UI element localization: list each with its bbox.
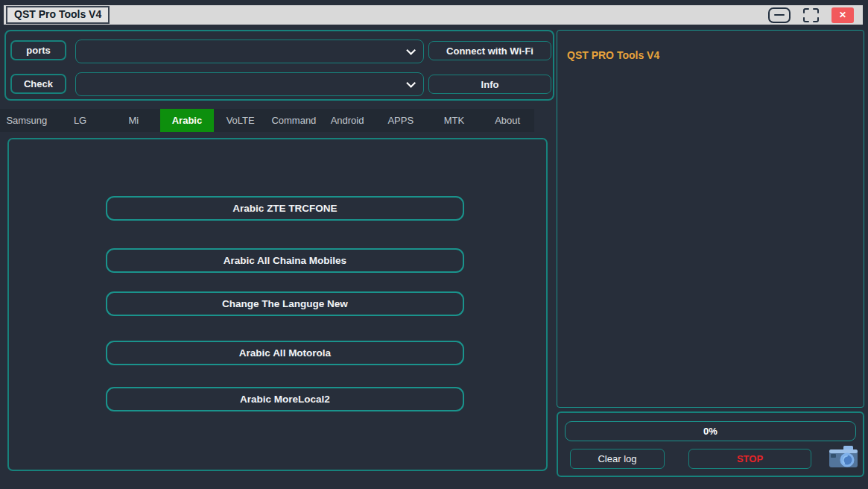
- tab-samsung[interactable]: Samsung: [0, 109, 54, 132]
- maximize-button[interactable]: [802, 7, 820, 23]
- minimize-icon: [774, 14, 785, 16]
- tab-mtk[interactable]: MTK: [428, 109, 481, 132]
- tab-volte[interactable]: VoLTE: [214, 109, 267, 132]
- tab-arabic[interactable]: Arabic: [160, 109, 214, 132]
- tab-command[interactable]: Command: [267, 109, 321, 132]
- port-select[interactable]: [75, 40, 424, 63]
- tab-apps[interactable]: APPS: [374, 109, 428, 132]
- tab-about[interactable]: About: [481, 109, 534, 132]
- tab-bar: Samsung LG Mi Arabic VoLTE Command Andro…: [0, 109, 534, 132]
- app-window: { "window": { "title": "QST Pro Tools V4…: [0, 0, 868, 489]
- change-the-language-new-button[interactable]: Change The Languge New: [106, 291, 464, 316]
- screenshot-button[interactable]: [829, 445, 858, 472]
- close-icon: ✕: [839, 10, 846, 20]
- minimize-button[interactable]: [768, 7, 791, 23]
- tab-mi[interactable]: Mi: [107, 109, 160, 132]
- arabic-morelocal2-button[interactable]: Arabic MoreLocal2: [106, 387, 464, 411]
- window-controls: ✕: [768, 7, 863, 23]
- connection-panel: ports Check Connect with Wi-Fi Info: [4, 30, 554, 101]
- log-output-panel: QST PRO Tools V4: [557, 30, 864, 408]
- maximize-icon: [804, 9, 818, 22]
- model-select[interactable]: [75, 72, 424, 96]
- ports-button[interactable]: ports: [10, 40, 66, 60]
- progress-bar: 0%: [565, 421, 856, 441]
- titlebar: QST Pro Tools V4 ✕: [4, 5, 863, 25]
- log-header: QST PRO Tools V4: [567, 49, 659, 61]
- connect-wifi-button[interactable]: Connect with Wi-Fi: [428, 41, 551, 60]
- arabic-all-china-mobiles-button[interactable]: Arabic All Chaina Mobiles: [106, 248, 464, 273]
- progress-panel: 0% Clear log STOP: [557, 411, 864, 477]
- info-button[interactable]: Info: [428, 75, 551, 94]
- chevron-down-icon: [406, 78, 416, 88]
- check-button[interactable]: Check: [10, 74, 66, 94]
- camera-icon: [829, 446, 858, 467]
- tab-lg[interactable]: LG: [54, 109, 107, 132]
- window-title: QST Pro Tools V4: [6, 6, 110, 24]
- progress-value: 0%: [703, 426, 717, 437]
- tab-android[interactable]: Android: [320, 109, 374, 132]
- close-button[interactable]: ✕: [831, 7, 854, 23]
- arabic-all-motorola-button[interactable]: Arabic All Motorola: [106, 341, 464, 365]
- stop-button[interactable]: STOP: [688, 449, 811, 469]
- chevron-down-icon: [406, 45, 416, 55]
- clear-log-button[interactable]: Clear log: [570, 449, 665, 469]
- arabic-zte-trcfone-button[interactable]: Arabic ZTE TRCFONE: [106, 196, 464, 221]
- arabic-tab-content: Arabic ZTE TRCFONE Arabic All Chaina Mob…: [7, 138, 548, 471]
